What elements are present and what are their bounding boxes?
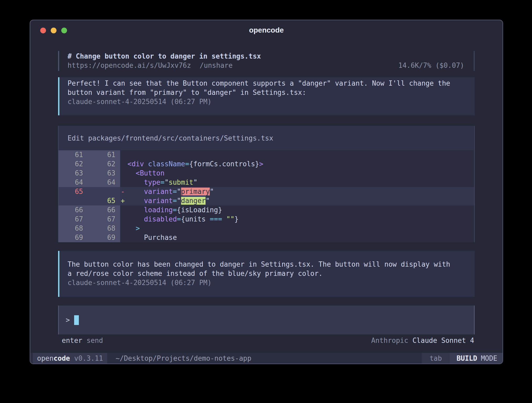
diff-marker: [120, 150, 127, 159]
code-token: [222, 215, 226, 223]
diff-code-line: [127, 150, 474, 159]
context-token-stats: 14.6K/7% ($0.07): [398, 61, 464, 70]
code-token: =: [173, 188, 177, 195]
session-subline: https://opencode.ai/s/UwJxv76z /unshare …: [68, 61, 464, 70]
code-token: Purchase: [144, 234, 177, 241]
diff-marker: [120, 233, 127, 242]
hint-bar-spacer: [103, 336, 371, 345]
code-token: <div: [127, 160, 144, 168]
mode-name: BUILD: [457, 354, 477, 362]
code-token: <Button: [136, 169, 165, 177]
code-token: variant: [144, 197, 173, 205]
text-cursor: [74, 315, 79, 325]
working-directory: ~/Desktop/Projects/demo-notes-app: [116, 353, 252, 364]
app-name-regular: open: [37, 354, 54, 362]
edit-tool-card: Edit packages/frontend/src/containers/Se…: [58, 126, 475, 242]
diff-marker: [120, 169, 127, 178]
old-line-number: 65: [59, 187, 89, 196]
code-token: ": [177, 188, 181, 195]
code-token: [127, 206, 144, 214]
enter-key-hint: enter: [62, 336, 82, 345]
diff-code-line: variant="primary": [127, 187, 474, 196]
code-token: [127, 215, 144, 223]
message-text-line: a red/rose color scheme instead of the b…: [68, 269, 475, 278]
code-token: {units: [181, 215, 210, 223]
code-token: [127, 188, 144, 195]
prompt-input[interactable]: >: [58, 306, 475, 334]
mode-suffix: MODE: [481, 354, 497, 362]
share-url-link[interactable]: https://opencode.ai/s/UwJxv76z: [68, 61, 191, 70]
old-line-number: 63: [59, 169, 89, 178]
hint-bar: enter send Anthropic Claude Sonnet 4: [58, 336, 475, 345]
code-token: [144, 160, 148, 168]
send-action-hint: send: [86, 336, 103, 345]
edit-tool-header: Edit packages/frontend/src/containers/Se…: [59, 126, 474, 143]
code-token: =: [185, 160, 189, 168]
code-token: disabled: [144, 215, 177, 223]
diff-marker: +: [120, 196, 127, 205]
code-token: [127, 197, 144, 205]
diff-marker: [120, 215, 127, 224]
code-token: danger: [181, 197, 206, 205]
session-subline-spacer: [233, 61, 398, 70]
new-line-number: 62: [89, 159, 120, 169]
code-token: >: [136, 224, 140, 232]
diff-row: 6666 loading={isLoading}: [59, 205, 474, 215]
message-text-line: The button color has been changed to dan…: [68, 260, 475, 269]
old-line-number: 64: [59, 178, 89, 187]
new-line-number: 61: [89, 150, 120, 159]
code-token: ": [177, 197, 181, 205]
code-token: ": [206, 197, 210, 205]
assistant-message: The button color has been changed to dan…: [58, 251, 475, 297]
code-token: variant: [144, 188, 173, 195]
diff-code-line: >: [127, 224, 474, 233]
code-token: [127, 169, 136, 177]
message-model-timestamp: claude-sonnet-4-20250514 (06:27 PM): [68, 97, 475, 106]
code-token: ": [210, 188, 214, 195]
code-token: ": [193, 178, 197, 186]
code-token: {formCs.controls}: [189, 160, 259, 168]
code-token: [127, 224, 136, 232]
code-token: =: [160, 178, 165, 186]
diff-code-line: variant="danger": [127, 196, 474, 205]
code-token: type: [144, 178, 161, 186]
diff-code-line: <Button: [127, 169, 474, 178]
code-token: {isLoading}: [177, 206, 222, 214]
diff-code-line: Purchase: [127, 233, 474, 242]
code-token: "": [226, 215, 234, 223]
app-version-chip: opencode v0.3.11: [33, 353, 107, 364]
diff-row: 65+ variant="danger": [59, 196, 474, 205]
new-line-number: 68: [89, 224, 120, 233]
code-token: =: [177, 215, 181, 223]
code-token: [127, 234, 144, 241]
status-bar: opencode v0.3.11 ~/Desktop/Projects/demo…: [30, 353, 503, 364]
model-label: Claude Sonnet 4: [412, 336, 474, 345]
titlebar: opencode: [30, 20, 503, 40]
diff-marker: [120, 224, 127, 233]
diff-code-line: disabled={units === ""}: [127, 215, 474, 224]
app-name-bold: code: [54, 354, 70, 362]
diff-view: 61616262<div className={formCs.controls}…: [59, 150, 474, 242]
new-line-number: 63: [89, 169, 120, 178]
diff-row: 6262<div className={formCs.controls}>: [59, 159, 474, 169]
diff-marker: -: [120, 187, 127, 196]
message-text-line: Perfect! I can see that the Button compo…: [68, 79, 475, 88]
diff-marker: [120, 205, 127, 215]
code-token: =: [173, 206, 177, 214]
old-line-number: 61: [59, 150, 89, 159]
diff-code-line: loading={isLoading}: [127, 205, 474, 215]
diff-row: 6969 Purchase: [59, 233, 474, 242]
mode-indicator: BUILD MODE: [450, 353, 503, 364]
provider-label: Anthropic: [371, 336, 408, 345]
session-title: # Change button color to danger in setti…: [68, 52, 464, 61]
diff-row: 6161: [59, 150, 474, 159]
code-token: ===: [210, 215, 222, 223]
new-line-number: 64: [89, 178, 120, 187]
old-line-number: 67: [59, 215, 89, 224]
unshare-command[interactable]: /unshare: [200, 61, 233, 70]
mode-toggle-key-hint: tab: [422, 353, 450, 364]
code-token: [127, 178, 144, 186]
old-line-number: 66: [59, 205, 89, 215]
new-line-number: 66: [89, 205, 120, 215]
diff-row: 6464 type="submit": [59, 178, 474, 187]
